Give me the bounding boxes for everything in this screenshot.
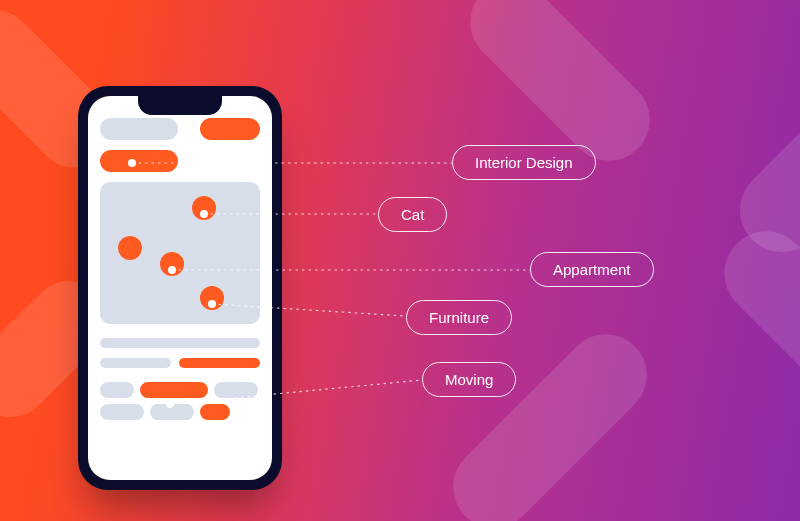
tag-moving: Moving	[422, 362, 516, 397]
text-line	[100, 338, 260, 348]
chip	[100, 404, 144, 420]
tag-appartment: Appartment	[530, 252, 654, 287]
chip	[100, 382, 134, 398]
tag-furniture: Furniture	[406, 300, 512, 335]
text-line-highlight	[179, 358, 260, 368]
chip-highlight-moving	[140, 382, 208, 398]
marker-dot	[208, 300, 216, 308]
highlight-pill	[200, 118, 260, 140]
highlight-pill-interior	[100, 150, 178, 172]
marker-dot	[168, 266, 176, 274]
placeholder-pill	[100, 118, 178, 140]
marker-dot	[166, 400, 174, 408]
marker-dot	[128, 159, 136, 167]
image-placeholder	[100, 182, 260, 324]
tag-cat: Cat	[378, 197, 447, 232]
chip	[214, 382, 258, 398]
marker-dot	[200, 210, 208, 218]
phone-frame	[78, 86, 282, 490]
text-line	[100, 358, 171, 368]
detection-dot	[118, 236, 142, 260]
phone-screen	[88, 96, 272, 480]
phone-notch	[138, 95, 222, 115]
chip-highlight	[200, 404, 230, 420]
tag-interior-design: Interior Design	[452, 145, 596, 180]
